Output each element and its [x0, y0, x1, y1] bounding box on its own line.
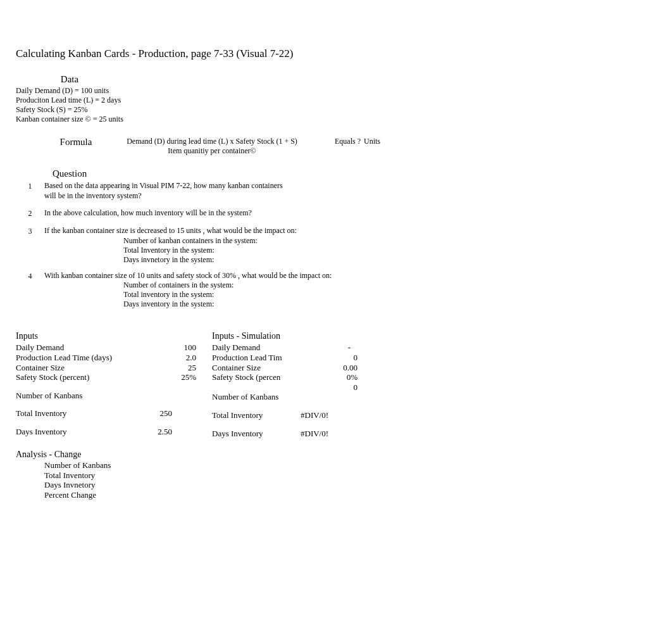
input-value: 25%	[142, 372, 196, 382]
data-header: Data	[16, 74, 123, 85]
analysis-line: Total Inventory	[44, 470, 656, 481]
data-section: Data Daily Demand (D) = 100 units Produc…	[16, 74, 656, 124]
question-sub: Days inventory in the system:	[123, 300, 656, 309]
input-row: Safety Stock (percent) 25%	[16, 372, 212, 382]
sim-label: Container Size	[212, 363, 301, 373]
sim-label: Safety Stock (percen	[212, 372, 301, 382]
input-label: Number of Kanbans	[16, 391, 142, 401]
sim-value: 0	[301, 353, 358, 363]
formula-section: Formula Demand (D) during lead time (L) …	[16, 137, 656, 156]
sim-row: Safety Stock (percen 0%	[212, 372, 376, 382]
sim-header: Inputs - Simulation	[212, 331, 376, 341]
input-label: Daily Demand	[16, 343, 142, 353]
formula-units: Units	[361, 137, 380, 146]
sim-value: #DIV/0!	[301, 410, 331, 420]
page-container: Calculating Kanban Cards - Production, p…	[0, 0, 672, 516]
input-row: Number of Kanbans	[16, 391, 212, 401]
question-text: If the kanban container size is decrease…	[44, 226, 656, 265]
inputs-header: Inputs	[16, 331, 212, 341]
input-value: 100	[142, 343, 196, 353]
question-sub: Days invnetory in the system:	[123, 255, 656, 265]
question-text: Based on the data appearing in Visual PI…	[44, 181, 656, 201]
input-row: Production Lead Time (days) 2.0	[16, 353, 212, 363]
analysis-line: Number of Kanbans	[44, 460, 656, 470]
input-label: Days Inventory	[16, 427, 142, 437]
question-text: In the above calculation, how much inven…	[44, 208, 656, 218]
question-sub: Total inventory in the system:	[123, 290, 656, 300]
sim-value: #DIV/0!	[301, 429, 331, 439]
data-line: Produciton Lead time (L) = 2 days	[16, 96, 656, 105]
analysis-header: Analysis - Change	[16, 450, 656, 460]
analysis-line: Days Invnetory	[44, 480, 656, 490]
analysis-line: Percent Change	[44, 490, 656, 500]
question-sub: Number of kanban containers in the syste…	[123, 236, 656, 246]
input-label: Safety Stock (percent)	[16, 372, 142, 382]
sim-value: 0	[301, 382, 358, 393]
formula-equals: Equals ?	[301, 137, 361, 146]
input-label: Total Inventory	[16, 408, 142, 419]
simulation-column: Inputs - Simulation Daily Demand - Produ…	[212, 331, 376, 438]
question-line: If the kanban container size is decrease…	[44, 226, 656, 236]
sim-label: Number of Kanbans	[212, 392, 301, 402]
analysis-section: Analysis - Change Number of Kanbans Tota…	[16, 450, 656, 500]
input-row: Daily Demand 100	[16, 343, 212, 353]
question-2: 2 In the above calculation, how much inv…	[16, 208, 656, 218]
formula-body: Demand (D) during lead time (L) x Safety…	[123, 137, 301, 156]
sim-label	[212, 382, 301, 393]
sim-label: Daily Demand	[212, 343, 297, 353]
data-line: Daily Demand (D) = 100 units	[16, 86, 656, 96]
question-3: 3 If the kanban container size is decrea…	[16, 226, 656, 265]
data-line: Kanban container size © = 25 units	[16, 115, 656, 124]
input-label: Container Size	[16, 363, 142, 373]
input-row: Total Inventory 250	[16, 408, 212, 419]
question-number: 4	[16, 271, 44, 310]
sim-row: Number of Kanbans	[212, 392, 376, 402]
question-text: With kanban container size of 10 units a…	[44, 271, 656, 310]
input-value: 2.0	[142, 353, 196, 363]
input-row: Container Size 25	[16, 363, 212, 373]
sim-label: Production Lead Tim	[212, 353, 301, 363]
question-4: 4 With kanban container size of 10 units…	[16, 271, 656, 310]
question-sub: Total Inventory in the system:	[123, 246, 656, 255]
input-value: 25	[142, 363, 196, 373]
sim-value: 0.00	[301, 363, 358, 373]
sim-value: -	[297, 343, 376, 353]
question-line: will be in the inventory system?	[44, 191, 656, 201]
question-header: Question	[53, 168, 656, 179]
formula-numerator: Demand (D) during lead time (L) x Safety…	[123, 137, 301, 146]
question-number: 1	[16, 181, 44, 201]
question-1: 1 Based on the data appearing in Visual …	[16, 181, 656, 201]
question-number: 2	[16, 208, 44, 218]
question-number: 3	[16, 226, 44, 265]
inputs-column: Inputs Daily Demand 100 Production Lead …	[16, 331, 212, 438]
sim-row: Production Lead Tim 0	[212, 353, 376, 363]
sim-row: Total Inventory #DIV/0!	[212, 410, 376, 420]
sim-row: Container Size 0.00	[212, 363, 376, 373]
page-title: Calculating Kanban Cards - Production, p…	[16, 47, 656, 60]
formula-label: Formula	[16, 137, 123, 148]
sim-value: 0%	[301, 372, 358, 382]
input-row: Days Inventory 2.50	[16, 427, 212, 437]
sim-row: Daily Demand -	[212, 343, 376, 353]
sim-label: Days Inventory	[212, 429, 301, 439]
question-line: Based on the data appearing in Visual PI…	[44, 181, 656, 191]
sim-row: Days Inventory #DIV/0!	[212, 429, 376, 439]
sim-row: 0	[212, 382, 376, 393]
inputs-section: Inputs Daily Demand 100 Production Lead …	[16, 331, 656, 438]
question-line: With kanban container size of 10 units a…	[44, 271, 656, 281]
input-label: Production Lead Time (days)	[16, 353, 142, 363]
sim-value	[301, 392, 358, 402]
data-line: Safety Stock (S) = 25%	[16, 105, 656, 115]
sim-label: Total Inventory	[212, 410, 301, 420]
question-sub: Number of containers in the system:	[123, 281, 656, 290]
input-value: 2.50	[142, 427, 172, 437]
input-value	[142, 391, 196, 401]
question-line: In the above calculation, how much inven…	[44, 208, 656, 218]
formula-denominator: Item quanitiy per container©	[123, 146, 301, 156]
input-value: 250	[142, 408, 172, 419]
